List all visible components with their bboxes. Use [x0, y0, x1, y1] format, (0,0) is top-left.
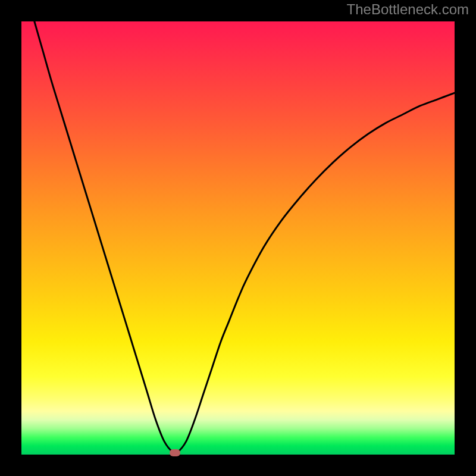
chart-curve-svg — [21, 21, 455, 455]
chart-marker — [170, 449, 180, 456]
watermark-text: TheBottleneck.com — [347, 1, 469, 18]
chart-plot-area — [21, 21, 455, 455]
bottleneck-curve-line — [35, 21, 455, 454]
